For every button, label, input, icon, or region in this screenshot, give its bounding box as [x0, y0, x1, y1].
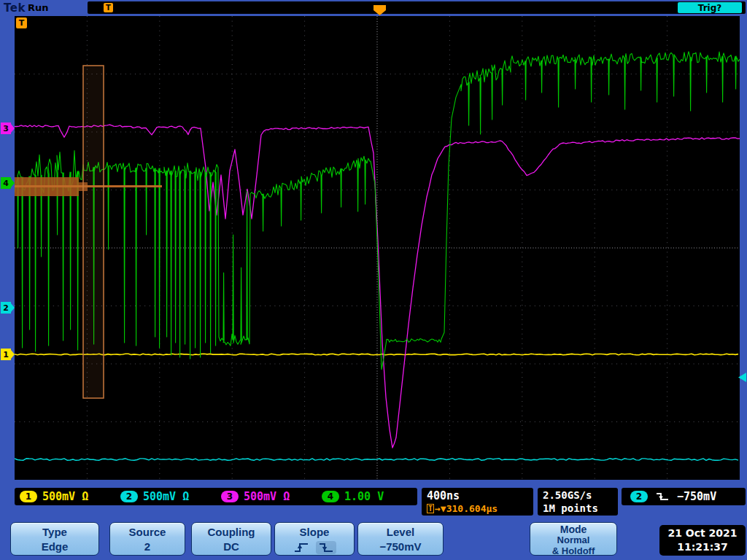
rising-edge-icon[interactable]: [293, 542, 309, 553]
falling-edge-icon[interactable]: [316, 541, 336, 554]
menu-button-type-title: Type: [11, 526, 98, 538]
menu-button-coupling[interactable]: Coupling DC: [191, 522, 271, 556]
waveform-ch1: [15, 354, 738, 355]
channel-4-scale: 1.00 V: [344, 490, 384, 503]
menu-button-source-value: 2: [110, 540, 185, 553]
channel-2-impedance: Ω: [182, 490, 189, 503]
delay-arrows: →▼: [435, 503, 446, 514]
trigger-time-badge: T: [104, 3, 113, 12]
channel-1-badge: 1: [20, 491, 37, 502]
oscilloscope-screen: Tek Run T Trig? T 3 4 2 1 1 500mV Ω 2 50…: [0, 0, 747, 560]
date-value: 21 Oct 2021: [667, 526, 737, 540]
delay-value: 310.604µs: [446, 503, 498, 514]
menu-button-source-title: Source: [110, 526, 185, 538]
channel-1-scale: 500mV: [42, 490, 75, 503]
channel-3-marker[interactable]: 3: [1, 122, 11, 134]
channel-readouts: 1 500mV Ω 2 500mV Ω 3 500mV Ω 4 1.00 V: [15, 488, 417, 505]
acquisition-readout: 2.50GS/s 1M points: [538, 488, 618, 516]
record-view-bar: T Trig?: [88, 1, 746, 14]
menu-button-mode[interactable]: Mode Normal & Holdoff: [530, 522, 617, 556]
trigger-level-value: −750mV: [677, 490, 716, 503]
waveform-display: [15, 16, 740, 480]
record-length: 1M points: [543, 502, 613, 516]
trigger-status-badge: Trig?: [678, 2, 742, 13]
menu-button-type[interactable]: Type Edge: [10, 522, 99, 556]
delay-t-icon: T: [427, 504, 434, 513]
trigger-source-badge: 2: [630, 491, 648, 502]
channel-2-marker[interactable]: 2: [1, 302, 11, 314]
menu-button-slope[interactable]: Slope: [274, 522, 355, 556]
channel-2-readout: 2 500mV Ω: [115, 490, 216, 503]
menu-button-coupling-value: DC: [192, 540, 271, 553]
time-value: 11:21:37: [677, 540, 728, 554]
channel-3-impedance: Ω: [283, 490, 290, 503]
channel-1-impedance: Ω: [82, 490, 88, 503]
acquisition-status: Run: [28, 2, 49, 13]
channel-2-badge: 2: [120, 491, 138, 502]
sample-rate: 2.50GS/s: [543, 489, 613, 502]
channel-4-marker[interactable]: 4: [1, 177, 11, 189]
menu-button-slope-title: Slope: [275, 526, 354, 538]
menu-button-type-value: Edge: [11, 540, 98, 553]
slope-options: [275, 541, 354, 554]
menu-button-source[interactable]: Source 2: [109, 522, 185, 556]
menu-button-mode-value: Normal: [530, 535, 616, 546]
menu-button-coupling-title: Coupling: [192, 526, 271, 538]
menu-button-mode-title: Mode: [530, 524, 616, 535]
channel-3-badge: 3: [221, 491, 239, 502]
waveform-ch2: [15, 459, 738, 461]
channel-3-readout: 3 500mV Ω: [216, 490, 317, 503]
search-mark-badge: T: [16, 18, 27, 28]
channel-4-badge: 4: [322, 491, 339, 502]
trigger-readout: 2 −750mV: [622, 488, 746, 505]
timebase-readout: 400ns T →▼ 310.604µs: [422, 488, 533, 516]
falling-edge-icon: [655, 491, 670, 502]
menu-button-mode-value2: & Holdoff: [530, 546, 616, 557]
timebase-scale: 400ns: [427, 489, 528, 502]
graticule: T: [15, 16, 740, 480]
trigger-delay-readout: T →▼ 310.604µs: [427, 503, 528, 514]
menu-button-level[interactable]: Level −750mV: [357, 522, 444, 556]
channel-1-readout: 1 500mV Ω: [15, 490, 115, 503]
menu-button-level-title: Level: [358, 526, 443, 538]
channel-2-scale: 500mV: [143, 490, 176, 503]
channel-1-marker[interactable]: 1: [1, 349, 11, 360]
channel-3-scale: 500mV: [244, 490, 276, 503]
tek-logo: Tek: [4, 1, 26, 15]
menu-button-level-value: −750mV: [358, 540, 443, 553]
channel-4-readout: 4 1.00 V: [317, 490, 417, 503]
datetime-display: 21 Oct 2021 11:21:37: [659, 525, 746, 556]
zoom-window-box: [83, 66, 104, 398]
